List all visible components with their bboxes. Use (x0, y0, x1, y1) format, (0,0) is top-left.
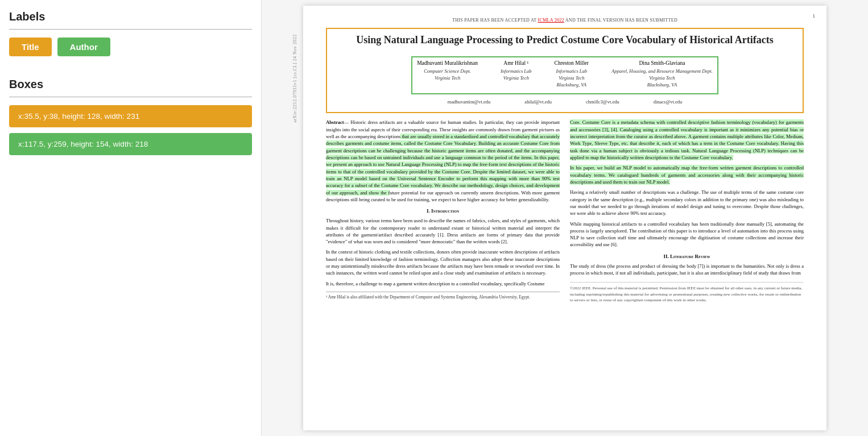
header-text-2: AND THE FINAL VERSION HAS BEEN SUBMITTED (564, 18, 677, 23)
footnote: ¹ Amr Hilal is also affiliated with the … (326, 292, 560, 301)
boxes-title: Boxes (9, 78, 252, 91)
author-block-2: Amr Hilal ¹ Informatics Lab Virginia Tec… (501, 60, 532, 89)
right-highlighted-2: In his paper, we build an NLP model to a… (570, 165, 804, 185)
author-name-4: Dina Smith-Glaviana (639, 60, 685, 67)
author-block-4: Dina Smith-Glaviana Apparel, Housing, an… (611, 60, 713, 89)
email-1: madhuvantim@vt.edu (448, 99, 491, 106)
abstract-para: Abstract— Historic dress artifacts are a… (326, 119, 560, 203)
author-affil-4: Virginia Tech (649, 75, 675, 82)
right-p4: While mapping historical artifacts to a … (570, 221, 804, 248)
labels-section: Labels Title Author (9, 10, 252, 73)
lit-p1: The study of dress (the process and prod… (570, 263, 804, 277)
left-col: Abstract— Historic dress artifacts are a… (326, 119, 560, 302)
box-item-2-text: x:117.5, y:259, height: 154, width: 218 (18, 140, 148, 148)
page-number: 1 (813, 13, 816, 20)
copyright-text: ©2022 IEEE. Personal use of this materia… (570, 286, 802, 302)
header-link[interactable]: ICMLA 2022 (538, 18, 564, 23)
author-affil-1: Virginia Tech (435, 75, 460, 82)
author-name-2: Amr Hilal ¹ (503, 60, 528, 67)
box-item-2[interactable]: x:117.5, y:259, height: 154, width: 218 (9, 133, 252, 155)
paper-title: Using Natural Language Processing to Pre… (334, 34, 796, 47)
author-affil-4b: Blacksburg, VA (647, 82, 677, 89)
email-2: ahilal@vt.edu (524, 99, 552, 106)
abstract-highlighted: that are usually stored in a standardize… (326, 134, 560, 196)
right-col: Core. Costume Core is a metadata schema … (570, 119, 804, 302)
labels-title: Labels (9, 10, 252, 23)
left-panel: Labels Title Author Boxes x:35.5, y:38, … (0, 0, 262, 436)
right-p1: Core. Costume Core is a metadata schema … (570, 119, 804, 161)
right-p2: In his paper, we build an NLP model to a… (570, 164, 804, 185)
title-highlight-box: Using Natural Language Processing to Pre… (326, 28, 804, 113)
labels-row: Title Author (9, 38, 252, 56)
author-dept-4: Apparel, Housing, and Resource Managemen… (611, 68, 713, 75)
emails-row: madhuvantim@vt.edu ahilal@vt.edu chmillc… (334, 99, 796, 106)
author-dept-3: Informatics Lab (556, 68, 588, 75)
intro-heading: I. Introduction (326, 207, 560, 215)
copyright-notice: ©2022 IEEE. Personal use of this materia… (570, 282, 804, 302)
abstract-label: Abstract (326, 119, 344, 125)
label-title-button[interactable]: Title (9, 38, 52, 56)
boxes-divider (9, 97, 252, 97)
author-block-1: Madhuvanti Muralikrishnan Computer Scien… (417, 60, 478, 89)
labels-divider (9, 29, 252, 30)
boxes-section: Boxes x:35.5, y:38, height: 128, width: … (9, 78, 252, 161)
arxiv-watermark: arXiv:2212.07931v1 [cs.CL] 24 Nov 2022 (292, 34, 298, 122)
author-block-3: Chreston Miller Informatics Lab Virginia… (555, 60, 589, 89)
authors-row: Madhuvanti Muralikrishnan Computer Scien… (417, 60, 713, 89)
author-dept-2: Informatics Lab (501, 68, 532, 75)
author-name-1: Madhuvanti Muralikrishnan (417, 60, 478, 67)
document-page: 1 THIS PAPER HAS BEEN ACCEPTED AT ICMLA … (303, 6, 826, 430)
document-viewer: 1 THIS PAPER HAS BEEN ACCEPTED AT ICMLA … (262, 0, 868, 436)
author-highlight-box: Madhuvanti Muralikrishnan Computer Scien… (411, 56, 718, 94)
email-3: chmillc3@vt.edu (586, 99, 619, 106)
email-4: dinacs@vt.edu (654, 99, 683, 106)
author-name-3: Chreston Miller (555, 60, 589, 67)
right-p3: Having a relatively small number of desc… (570, 189, 804, 217)
box-item-1-text: x:35.5, y:38, height: 128, width: 231 (18, 112, 139, 121)
author-dept-1: Computer Science Dept. (424, 68, 471, 75)
paper-header-notice: THIS PAPER HAS BEEN ACCEPTED AT ICMLA 20… (326, 17, 804, 23)
box-item-1[interactable]: x:35.5, y:38, height: 128, width: 231 (9, 105, 252, 127)
right-highlighted-1: Core. Costume Core is a metadata schema … (570, 119, 804, 160)
lit-review-heading: II. Literature Review (570, 253, 804, 260)
intro-p2: In the context of historic clothing and … (326, 248, 560, 276)
label-author-button[interactable]: Author (57, 38, 110, 56)
intro-p1: Throughout history, various terms have b… (326, 217, 560, 245)
two-col-body: Abstract— Historic dress artifacts are a… (326, 119, 804, 302)
authors-container: Madhuvanti Muralikrishnan Computer Scien… (334, 56, 796, 94)
author-affil-3: Virginia Tech (559, 75, 584, 82)
author-affil-3b: Blacksburg, VA (557, 82, 586, 89)
header-text-1: THIS PAPER HAS BEEN ACCEPTED AT (452, 18, 538, 23)
intro-p3: It is, therefore, a challenge to map a g… (326, 280, 560, 287)
footnote-text: ¹ Amr Hilal is also affiliated with the … (326, 294, 530, 300)
author-affil-2: Virginia Tech (503, 75, 529, 82)
